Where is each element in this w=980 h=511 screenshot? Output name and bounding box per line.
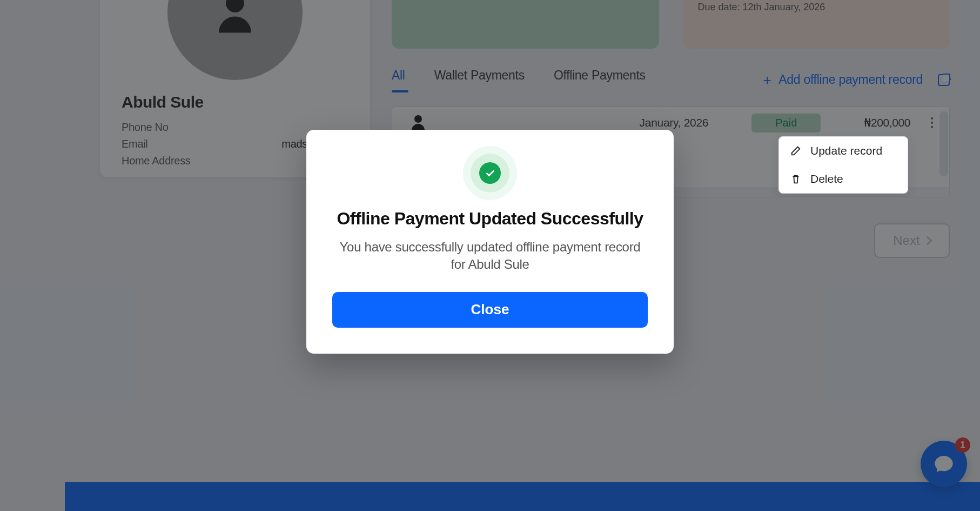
update-record-label: Update record bbox=[810, 144, 882, 157]
pencil-icon bbox=[790, 145, 802, 157]
modal-body: You have successfully updated offline pa… bbox=[332, 238, 648, 274]
success-icon bbox=[479, 162, 501, 184]
delete-record-item[interactable]: Delete bbox=[779, 165, 908, 193]
row-context-menu: Update record Delete bbox=[778, 136, 908, 194]
delete-record-label: Delete bbox=[810, 172, 843, 185]
modal-title: Offline Payment Updated Successfully bbox=[332, 209, 648, 229]
check-icon bbox=[484, 167, 496, 179]
success-icon-ring bbox=[471, 154, 509, 193]
update-record-item[interactable]: Update record bbox=[779, 137, 908, 165]
close-button[interactable]: Close bbox=[332, 292, 648, 328]
trash-icon bbox=[790, 173, 802, 185]
modal-overlay[interactable]: Offline Payment Updated Successfully You… bbox=[0, 0, 980, 511]
success-modal: Offline Payment Updated Successfully You… bbox=[306, 130, 674, 354]
